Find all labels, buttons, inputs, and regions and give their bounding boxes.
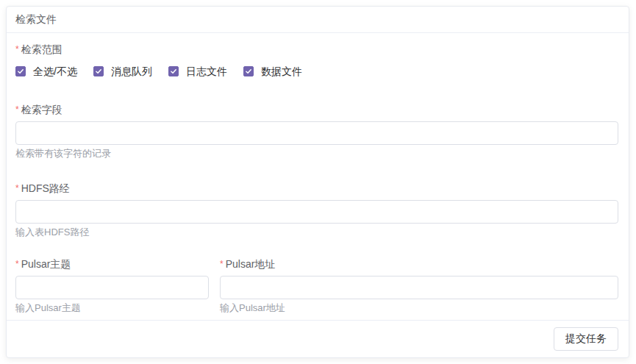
card-footer: 提交任务 [7,320,629,357]
checkbox-data-files[interactable] [243,66,254,76]
form-item-hdfs-path: *HDFS路经 输入表HDFS路径 [15,181,618,238]
required-asterisk: * [15,183,19,193]
checkbox-label-message-queue: 消息队列 [111,64,152,79]
scope-label: *检索范围 [15,42,618,57]
hdfs-path-label: *HDFS路经 [15,181,618,196]
required-asterisk: * [15,104,19,115]
form-item-pulsar-topic: *Pulsar主题 输入Pulsar主题 [15,257,209,314]
checkbox-item-select-all[interactable]: 全选/不选 [15,64,77,79]
check-icon [170,68,177,75]
search-files-card: 检索文件 *检索范围 全选/不选 消 [6,6,629,358]
checkbox-item-data-files[interactable]: 数据文件 [243,64,302,79]
submit-task-button[interactable]: 提交任务 [554,327,618,351]
required-asterisk: * [15,259,19,269]
scope-label-text: 检索范围 [21,43,62,55]
pulsar-address-input[interactable] [220,276,618,299]
hdfs-path-helper: 输入表HDFS路径 [15,226,618,238]
card-title: 检索文件 [15,13,57,26]
search-field-label: *检索字段 [15,102,618,117]
page: 检索文件 *检索范围 全选/不选 消 [0,0,636,364]
checkbox-label-log-files: 日志文件 [186,64,227,79]
checkbox-message-queue[interactable] [93,66,104,76]
card-header: 检索文件 [7,7,629,33]
check-icon [245,68,252,75]
form-item-pulsar-address: *Pulsar地址 输入Pulsar地址 [220,257,618,314]
search-field-label-text: 检索字段 [21,104,62,115]
pulsar-topic-label-text: Pulsar主题 [21,258,71,270]
search-field-input[interactable] [15,121,618,145]
pulsar-topic-helper: 输入Pulsar主题 [15,302,209,314]
pulsar-address-label: *Pulsar地址 [220,257,618,271]
form-item-scope: *检索范围 全选/不选 消息队列 [15,42,618,79]
hdfs-path-label-text: HDFS路经 [21,182,70,194]
pulsar-row: *Pulsar主题 输入Pulsar主题 *Pulsar地址 输入Pulsar地… [15,257,618,314]
required-asterisk: * [220,259,224,269]
pulsar-address-helper: 输入Pulsar地址 [220,302,618,314]
checkbox-item-log-files[interactable]: 日志文件 [168,64,227,79]
checkbox-log-files[interactable] [168,66,179,76]
pulsar-topic-input[interactable] [15,276,209,299]
form-item-search-field: *检索字段 检索带有该字符的记录 [15,102,618,160]
required-asterisk: * [15,44,19,54]
search-field-helper: 检索带有该字符的记录 [15,148,618,160]
checkbox-item-message-queue[interactable]: 消息队列 [93,64,152,79]
check-icon [95,68,102,75]
hdfs-path-input[interactable] [15,200,618,224]
checkbox-label-select-all: 全选/不选 [33,64,77,79]
checkbox-label-data-files: 数据文件 [261,64,302,79]
pulsar-address-label-text: Pulsar地址 [226,258,276,270]
pulsar-topic-label: *Pulsar主题 [15,257,209,271]
check-icon [17,68,24,75]
scope-checkbox-group: 全选/不选 消息队列 日志文件 [15,64,618,79]
search-files-form: *检索范围 全选/不选 消息队列 [7,33,629,320]
checkbox-select-all[interactable] [15,66,26,76]
